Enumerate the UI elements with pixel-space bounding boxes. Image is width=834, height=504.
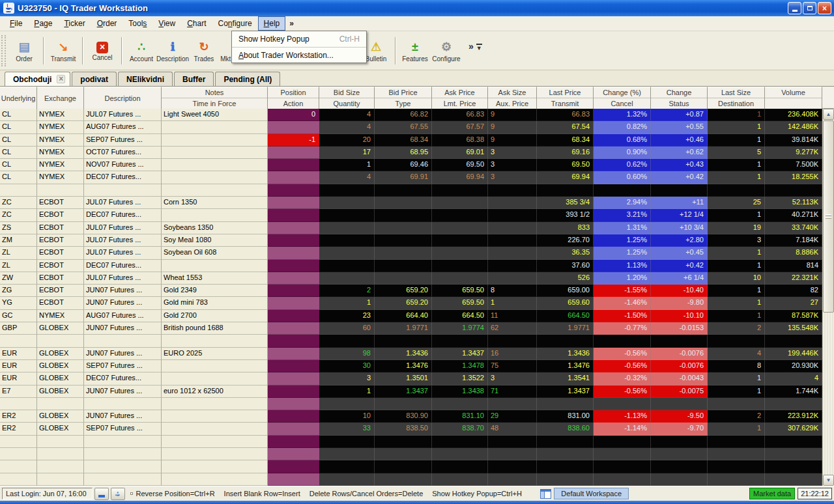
cell-change[interactable]: +12 1/4: [651, 209, 708, 221]
cell-last-size[interactable]: 25: [708, 197, 765, 209]
cell-notes[interactable]: [162, 460, 268, 473]
tab-nelikvidni[interactable]: NElikvidni: [118, 72, 173, 86]
cell-bid-price[interactable]: [375, 247, 432, 259]
cell-change-pct[interactable]: -0.56%: [594, 360, 651, 372]
cell-exchange[interactable]: ECBOT: [37, 285, 84, 297]
cell-last-size[interactable]: [708, 335, 765, 347]
toolbar-button-order[interactable]: ▤Order: [8, 34, 40, 68]
cell-position[interactable]: [268, 147, 319, 159]
cell-underlying[interactable]: ZL: [0, 260, 37, 272]
cell-change[interactable]: +0.46: [651, 134, 708, 147]
cell-description[interactable]: NOV07 Futures ...: [84, 159, 162, 171]
cell-underlying[interactable]: EUR: [0, 372, 37, 385]
cell-notes[interactable]: [162, 410, 268, 423]
cell-ask-size[interactable]: [488, 398, 537, 410]
cell-position[interactable]: [268, 398, 319, 410]
cell-change-pct[interactable]: [594, 473, 651, 486]
cell-ask-size[interactable]: [488, 222, 537, 234]
cell-notes[interactable]: [162, 260, 268, 272]
cell-change-pct[interactable]: 0.60%: [594, 171, 651, 184]
cell-volume[interactable]: 20.930K: [765, 360, 822, 372]
cell-notes[interactable]: [162, 184, 268, 197]
cell-bid-price[interactable]: 1.3501: [375, 372, 432, 385]
cell-last-price[interactable]: 1.3476: [537, 360, 594, 372]
cell-last-size[interactable]: 1: [708, 209, 765, 221]
cell-underlying[interactable]: CL: [0, 159, 37, 171]
cell-change[interactable]: [651, 436, 708, 448]
cell-underlying[interactable]: ER2: [0, 410, 37, 423]
menu-item-view[interactable]: View: [152, 16, 181, 31]
cell-exchange[interactable]: GLOBEX: [37, 372, 84, 385]
cell-exchange[interactable]: ECBOT: [37, 297, 84, 309]
cell-last-size[interactable]: 1: [708, 121, 765, 133]
cell-position[interactable]: [268, 360, 319, 372]
tab-podivat[interactable]: podivat: [72, 72, 117, 86]
cell-volume[interactable]: 39.814K: [765, 134, 822, 147]
cell-change-pct[interactable]: 0.82%: [594, 121, 651, 133]
cell-last-price[interactable]: 67.54: [537, 121, 594, 133]
cell-bid-size[interactable]: [319, 222, 375, 234]
cell-bid-price[interactable]: [375, 473, 432, 486]
cell-volume[interactable]: 82: [765, 285, 822, 297]
cell-notes[interactable]: [162, 171, 268, 184]
cell-ask-price[interactable]: 69.94: [432, 171, 488, 184]
cell-change[interactable]: -0.0153: [651, 322, 708, 335]
cell-notes[interactable]: Soy Meal 1080: [162, 234, 268, 247]
cell-ask-price[interactable]: [432, 222, 488, 234]
cell-underlying[interactable]: ZS: [0, 222, 37, 234]
cell-ask-size[interactable]: [488, 473, 537, 486]
workspace-selector[interactable]: Default Workspace: [554, 488, 629, 499]
cell-change[interactable]: +0.62: [651, 147, 708, 159]
cell-notes[interactable]: Gold 2349: [162, 285, 268, 297]
cell-underlying[interactable]: E7: [0, 385, 37, 398]
menu-item-about-trader-workstation[interactable]: About Trader Workstation...: [232, 47, 366, 63]
cell-volume[interactable]: [765, 398, 822, 410]
cell-description[interactable]: DEC07 Futures...: [84, 171, 162, 184]
cell-change-pct[interactable]: -1.13%: [594, 410, 651, 423]
cell-underlying[interactable]: ER2: [0, 423, 37, 435]
cell-underlying[interactable]: [0, 460, 37, 473]
cell-exchange[interactable]: [37, 335, 84, 347]
cell-ask-price[interactable]: 1.3438: [432, 385, 488, 398]
restore-button[interactable]: [803, 2, 816, 14]
cell-bid-price[interactable]: 68.34: [375, 134, 432, 147]
cell-position[interactable]: [268, 423, 319, 435]
cell-volume[interactable]: 7.500K: [765, 159, 822, 171]
cell-volume[interactable]: 18.255K: [765, 171, 822, 184]
cell-position[interactable]: [268, 348, 319, 360]
cell-underlying[interactable]: ZM: [0, 234, 37, 247]
cell-notes[interactable]: Soybean Oil 608: [162, 247, 268, 259]
cell-last-size[interactable]: 1: [708, 297, 765, 309]
cell-last-price[interactable]: 526: [537, 272, 594, 285]
cell-notes[interactable]: [162, 335, 268, 347]
cell-last-size[interactable]: [708, 460, 765, 473]
cell-exchange[interactable]: [37, 184, 84, 197]
cell-last-size[interactable]: 8: [708, 360, 765, 372]
cell-bid-price[interactable]: 1.9771: [375, 322, 432, 335]
cell-last-price[interactable]: [537, 460, 594, 473]
cell-ask-price[interactable]: [432, 398, 488, 410]
cell-bid-size[interactable]: [319, 260, 375, 272]
cell-bid-size[interactable]: 1: [319, 159, 375, 171]
toolbar-more-dropdown-icon[interactable]: ▼: [476, 44, 482, 51]
cell-description[interactable]: [84, 448, 162, 460]
cell-underlying[interactable]: [0, 398, 37, 410]
cell-bid-price[interactable]: [375, 234, 432, 247]
cell-bid-price[interactable]: [375, 335, 432, 347]
cell-bid-price[interactable]: 66.82: [375, 109, 432, 121]
cell-underlying[interactable]: ZW: [0, 272, 37, 285]
cell-underlying[interactable]: [0, 473, 37, 486]
cell-ask-size[interactable]: [488, 460, 537, 473]
cell-underlying[interactable]: EUR: [0, 360, 37, 372]
cell-bid-size[interactable]: [319, 197, 375, 209]
cell-ask-price[interactable]: 67.57: [432, 121, 488, 133]
cell-notes[interactable]: [162, 448, 268, 460]
cell-bid-size[interactable]: [319, 473, 375, 486]
cell-change-pct[interactable]: [594, 460, 651, 473]
cell-notes[interactable]: EURO 2025: [162, 348, 268, 360]
cell-exchange[interactable]: NYMEX: [37, 109, 84, 121]
cell-ask-size[interactable]: 62: [488, 322, 537, 335]
cell-description[interactable]: OCT07 Futures...: [84, 147, 162, 159]
cell-bid-price[interactable]: [375, 460, 432, 473]
menu-item-file[interactable]: File: [4, 16, 28, 31]
